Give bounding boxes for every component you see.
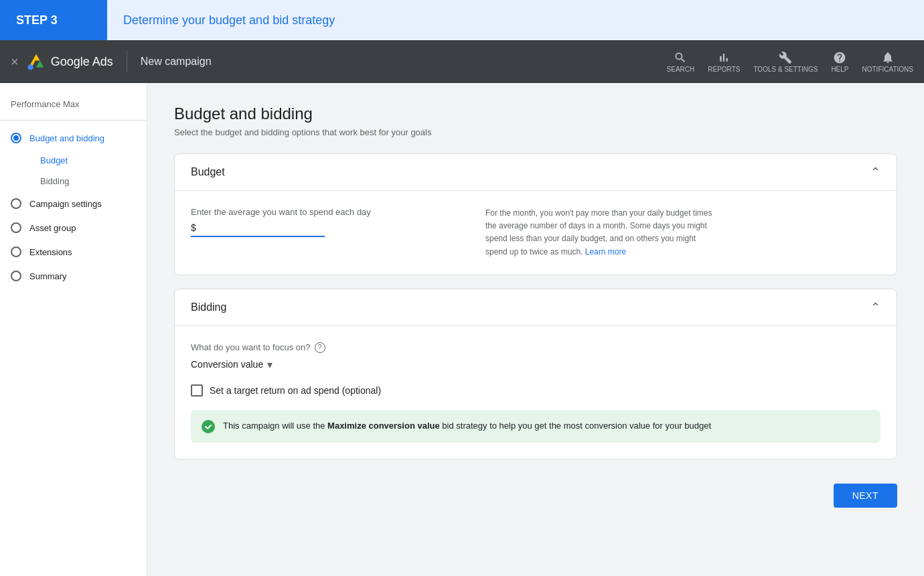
sidebar-sub-item-bidding[interactable]: Bidding (29, 171, 147, 192)
next-row: NEXT (174, 473, 897, 518)
sidebar-item-budget-bidding[interactable]: Budget and bidding (0, 126, 147, 150)
sidebar-item-extensions[interactable]: Extensions (0, 240, 147, 264)
budget-card-title: Budget (191, 166, 225, 178)
focus-value: Conversion value (191, 359, 263, 370)
step-banner: STEP 3 Determine your budget and bid str… (0, 0, 924, 40)
bidding-card-title: Bidding (191, 301, 226, 313)
budget-card-header: Budget ⌃ (175, 154, 897, 191)
info-text-bold: Maximize conversion value (327, 421, 440, 431)
reports-label: REPORTS (708, 66, 740, 73)
main-layout: Performance Max Budget and bidding Budge… (0, 83, 924, 576)
sidebar-sub-items: Budget Bidding (0, 150, 147, 192)
page-title: Budget and bidding (174, 104, 897, 123)
help-circle-icon[interactable]: ? (315, 342, 325, 353)
bidding-card-body: What do you want to focus on? ? Conversi… (175, 326, 897, 459)
sidebar-item-summary[interactable]: Summary (0, 264, 147, 288)
sidebar-circle (11, 246, 21, 257)
checkbox-row: Set a target return on ad spend (optiona… (191, 384, 880, 397)
svg-point-3 (27, 64, 33, 70)
budget-card: Budget ⌃ Enter the average you want to s… (174, 153, 897, 275)
sidebar-circle (11, 198, 21, 209)
close-icon[interactable]: × (11, 54, 19, 70)
nav-divider (127, 51, 127, 72)
currency-symbol: $ (191, 222, 196, 233)
learn-more-link[interactable]: Learn more (585, 247, 626, 257)
sidebar-sub-item-budget[interactable]: Budget (29, 150, 147, 171)
info-banner: This campaign will use the Maximize conv… (191, 410, 880, 443)
app-name: Google Ads (51, 55, 113, 69)
sidebar: Performance Max Budget and bidding Budge… (0, 83, 147, 576)
dropdown-arrow-icon: ▾ (267, 358, 273, 371)
budget-input-label: Enter the average you want to spend each… (191, 207, 459, 217)
sidebar-item-label: Summary (29, 271, 67, 281)
checkbox-label: Set a target return on ad spend (optiona… (210, 385, 381, 396)
focus-dropdown[interactable]: Conversion value ▾ (191, 358, 273, 371)
campaign-name: New campaign (141, 56, 212, 68)
help-nav-item[interactable]: HELP (831, 51, 848, 73)
sidebar-item-label: Budget and bidding (29, 133, 104, 143)
notifications-label: NOTIFICATIONS (862, 66, 913, 73)
content-area: Budget and bidding Select the budget and… (147, 83, 924, 576)
reports-nav-item[interactable]: REPORTS (708, 51, 740, 73)
budget-chevron-icon[interactable]: ⌃ (870, 165, 880, 179)
help-label: HELP (831, 66, 848, 73)
currency-input-wrapper: $ (191, 222, 325, 237)
sidebar-circle (11, 271, 21, 281)
bidding-card: Bidding ⌃ What do you want to focus on? … (174, 289, 897, 459)
check-circle-icon (202, 420, 215, 433)
next-button[interactable]: NEXT (834, 484, 897, 508)
info-text-suffix: bid strategy to help you get the most co… (440, 421, 711, 431)
top-nav: × Google Ads New campaign SEARCH REPORTS… (0, 40, 924, 83)
bidding-card-header: Bidding ⌃ (175, 289, 897, 326)
sidebar-divider (0, 120, 147, 121)
bid-question: What do you want to focus on? ? (191, 342, 880, 353)
budget-left: Enter the average you want to spend each… (191, 207, 459, 259)
sidebar-item-label: Asset group (29, 223, 76, 233)
sidebar-item-campaign-settings[interactable]: Campaign settings (0, 192, 147, 216)
tools-label: TOOLS & SETTINGS (753, 66, 818, 73)
budget-layout: Enter the average you want to spend each… (191, 207, 880, 259)
sidebar-item-label: Campaign settings (29, 199, 102, 209)
budget-note: For the month, you won't pay more than y… (485, 207, 713, 259)
tools-nav-item[interactable]: TOOLS & SETTINGS (753, 51, 818, 73)
svg-marker-2 (36, 61, 44, 68)
search-label: SEARCH (667, 66, 695, 73)
sidebar-item-asset-group[interactable]: Asset group (0, 216, 147, 240)
budget-card-body: Enter the average you want to spend each… (175, 191, 897, 275)
budget-right: For the month, you won't pay more than y… (485, 207, 713, 259)
bidding-chevron-icon[interactable]: ⌃ (870, 300, 880, 315)
target-roas-checkbox[interactable] (191, 384, 203, 397)
info-text-normal: This campaign will use the (223, 421, 327, 431)
sidebar-circle (11, 222, 21, 233)
step-label: STEP 3 (0, 0, 107, 40)
sidebar-campaign-type: Performance Max (0, 94, 147, 120)
notifications-nav-item[interactable]: NOTIFICATIONS (862, 51, 913, 73)
info-text: This campaign will use the Maximize conv… (223, 419, 711, 433)
budget-input[interactable] (199, 222, 299, 233)
sidebar-circle (11, 133, 21, 143)
google-ads-logo (27, 52, 46, 71)
search-nav-item[interactable]: SEARCH (667, 51, 695, 73)
sidebar-item-label: Extensions (29, 247, 72, 257)
page-subtitle: Select the budget and bidding options th… (174, 127, 897, 137)
nav-actions: SEARCH REPORTS TOOLS & SETTINGS HELP NOT… (667, 51, 913, 73)
step-description: Determine your budget and bid strategy (107, 13, 351, 27)
